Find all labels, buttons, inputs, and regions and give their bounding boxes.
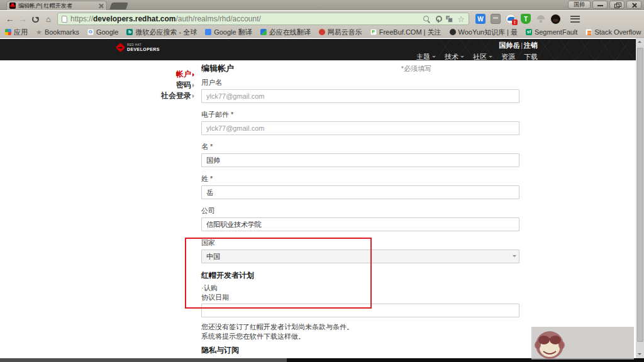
username-input[interactable]: [201, 89, 519, 103]
back-icon[interactable]: ←: [4, 14, 16, 24]
segmentfault-icon: sf: [526, 29, 532, 35]
field-company: 公司: [201, 206, 519, 231]
downloader-extension-icon[interactable]: !: [506, 14, 516, 24]
bookmark-wooyun[interactable]: WooYun知识库 | 最: [450, 28, 518, 37]
url-domain: developers.redhat.com: [93, 14, 175, 23]
url-path: /auth/realms/rhd/account/: [175, 14, 260, 23]
header-user-row: 国帅岳|注销: [416, 41, 538, 50]
bookmark-google[interactable]: GGoogle: [87, 28, 118, 36]
shield-extension-icon[interactable]: T: [521, 14, 531, 24]
tab-close-icon[interactable]: [98, 3, 104, 9]
page-document-icon[interactable]: [62, 16, 67, 23]
vertical-scrollbar[interactable]: [636, 38, 644, 358]
password-key-icon[interactable]: [435, 16, 441, 23]
field-country: 国家: [201, 238, 519, 263]
new-tab-button[interactable]: [109, 3, 128, 9]
privacy-title: 隐私与订阅: [201, 345, 519, 356]
url-text[interactable]: https://developers.redhat.com/auth/realm…: [70, 14, 423, 23]
bookmark-folder[interactable]: ★Bookmarks: [36, 28, 79, 36]
program-subscribe-label: ·认购: [201, 283, 519, 293]
redhat-developers-logo[interactable]: RED HAT DEVELOPERS: [117, 44, 160, 52]
sidebar-item-account[interactable]: 帐户: [150, 69, 196, 80]
screenshot-extension-icon[interactable]: [491, 14, 501, 24]
freebuf-icon: F: [370, 29, 377, 35]
extension-icons: W ! T: [475, 14, 580, 24]
chrome-profile-button[interactable]: 国帅: [568, 1, 591, 9]
username-label: 用户名: [201, 78, 519, 87]
bookmark-netease-music[interactable]: 网易云音乐: [319, 28, 362, 37]
user-name: 国帅岳: [499, 41, 519, 49]
separator: |: [521, 41, 523, 49]
required-hint: *必须填写: [401, 64, 431, 74]
reload-icon[interactable]: [32, 16, 39, 23]
bookmark-bing-translate[interactable]: 必应在线翻译: [260, 28, 311, 37]
bookmark-segmentfault[interactable]: sfSegmentFault: [526, 28, 577, 36]
screen: 编辑帐户| 红帽开发者 国帅 ← → ⌂ https://developers.…: [0, 0, 644, 362]
bookmark-stackoverflow[interactable]: Stack Overflow: [586, 28, 641, 36]
country-select[interactable]: [201, 250, 519, 263]
avatar[interactable]: [551, 14, 560, 24]
email-field[interactable]: [201, 121, 519, 135]
url-bar[interactable]: https://developers.redhat.com/auth/realm…: [57, 13, 469, 25]
field-username: 用户名: [201, 78, 519, 103]
bookmark-google-translate[interactable]: Google 翻译: [205, 28, 252, 37]
bookmark-star-icon[interactable]: ☆: [457, 16, 465, 23]
word-extension-icon[interactable]: W: [475, 14, 486, 24]
minimize-button[interactable]: [592, 1, 608, 9]
field-first-name: 名 *: [201, 142, 519, 167]
field-email: 电子邮件 *: [201, 110, 519, 135]
vertical-scrollbar-thumb[interactable]: [637, 48, 643, 342]
scroll-up-icon[interactable]: [638, 41, 641, 43]
logout-link[interactable]: 注销: [524, 41, 538, 49]
bookmark-freebuf[interactable]: FFreeBuf.COM | 关注: [370, 28, 441, 37]
page-title: 编辑帐户: [201, 63, 234, 74]
urlbar-icons: ☆: [423, 16, 465, 23]
last-name-input[interactable]: [201, 185, 519, 199]
bookmark-apps[interactable]: 应用: [5, 28, 28, 37]
parachute-extension-icon[interactable]: [536, 14, 546, 24]
scroll-down-icon[interactable]: [638, 353, 641, 355]
close-button[interactable]: [626, 1, 641, 9]
chevron-down-icon: [489, 56, 492, 60]
page-content: RED HAT DEVELOPERS 国帅岳|注销 主题 技术 社区 资源 下载…: [0, 38, 636, 358]
bookmark-bing[interactable]: b微软必应搜索 - 全球: [126, 28, 197, 37]
program-note-line1: 您还没有签订了红帽开发者计划尚未条款与条件。: [201, 322, 519, 332]
forward-icon[interactable]: →: [16, 14, 29, 24]
restore-button[interactable]: [609, 1, 625, 9]
edit-account-form: 编辑帐户 *必须填写 用户名 电子邮件 * 名 * 姓 * 公司: [201, 63, 519, 362]
nav-topics[interactable]: 主题: [416, 52, 436, 60]
monkey-watermark-icon: [534, 329, 567, 359]
window-titlebar: 编辑帐户| 红帽开发者 国帅: [0, 0, 644, 10]
chevron-right-icon: [192, 73, 196, 77]
country-label: 国家: [201, 238, 519, 248]
bing-translate-icon: [260, 29, 267, 35]
nav-resources[interactable]: 资源: [501, 52, 515, 60]
first-name-label: 名 *: [201, 142, 519, 151]
first-name-input[interactable]: [201, 153, 519, 167]
browser-tab[interactable]: 编辑帐户| 红帽开发者: [6, 1, 107, 10]
email-label: 电子邮件 *: [201, 110, 519, 119]
chrome-menu-icon[interactable]: [570, 16, 580, 23]
zoom-out-icon[interactable]: [423, 16, 430, 23]
agreement-date-input[interactable]: [201, 304, 519, 317]
chevron-down-icon: [432, 56, 436, 60]
nav-technologies[interactable]: 技术: [445, 52, 464, 60]
sidebar-item-social-login[interactable]: 社会登录: [150, 90, 196, 101]
company-input[interactable]: [201, 217, 519, 231]
translate-pages-icon[interactable]: [446, 16, 453, 23]
watermark: [531, 327, 634, 359]
sidebar-item-password[interactable]: 密码: [150, 80, 196, 90]
company-label: 公司: [201, 206, 519, 216]
extension-badge: !: [512, 19, 518, 25]
horizontal-scrollbar-thumb[interactable]: [0, 358, 287, 362]
nav-downloads[interactable]: 下载: [524, 52, 538, 60]
chevron-right-icon: [192, 94, 196, 98]
field-last-name: 姓 *: [201, 174, 519, 199]
select-caret-icon: [513, 255, 516, 259]
nav-community[interactable]: 社区: [473, 52, 492, 60]
logo-line2: DEVELOPERS: [127, 47, 160, 52]
program-title: 红帽开发者计划: [201, 270, 519, 281]
redhat-logo-icon: [116, 43, 126, 53]
home-icon[interactable]: ⌂: [42, 14, 55, 24]
bookmarks-bar: 应用 ★Bookmarks GGoogle b微软必应搜索 - 全球 Googl…: [0, 27, 644, 38]
